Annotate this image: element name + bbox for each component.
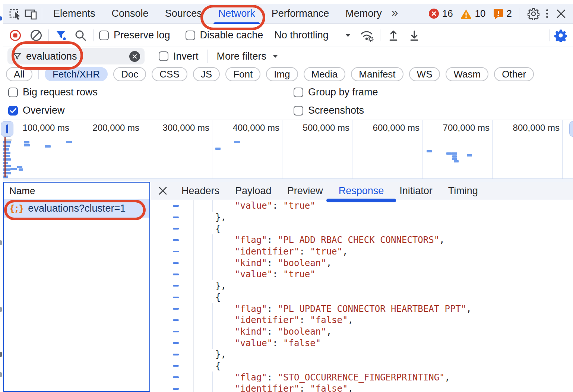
filter-chip-doc[interactable]: Doc [113,67,146,81]
tab-elements[interactable]: Elements [45,4,104,24]
chevron-down-icon[interactable] [272,54,278,58]
fold-marker-icon[interactable] [173,262,179,264]
fold-marker-icon[interactable] [173,285,179,287]
option-checkbox[interactable] [294,106,303,116]
close-detail-icon[interactable] [156,183,169,199]
detail-tab-preview[interactable]: Preview [279,182,331,200]
option-checkbox[interactable] [294,88,303,97]
response-code-viewer[interactable]: "value": "true"},{"flag": "PL_ADD_RBAC_C… [151,200,573,392]
inspect-element-button[interactable] [7,6,23,22]
close-devtools-icon[interactable] [554,6,569,22]
code-gutter[interactable] [151,349,194,360]
tab-console[interactable]: Console [104,4,157,24]
chevron-down-icon[interactable] [345,34,351,37]
issues-badge-icon[interactable] [493,9,503,19]
name-column-header[interactable]: Name [4,183,149,199]
device-toolbar-button[interactable] [23,6,39,22]
import-har-icon[interactable] [386,27,401,44]
option-checkbox[interactable] [8,88,18,97]
preserve-log-checkbox[interactable] [99,31,109,40]
filter-chip-ws[interactable]: WS [409,67,440,81]
filter-chip-all[interactable]: All [6,67,32,81]
export-har-icon[interactable] [406,27,422,44]
detail-tab-timing[interactable]: Timing [440,182,486,200]
kebab-menu-icon[interactable] [544,9,550,18]
filter-funnel-icon[interactable] [53,27,69,44]
filter-chip-media[interactable]: Media [304,67,346,81]
throttling-select[interactable]: No throttling [274,29,329,41]
fold-marker-icon[interactable] [173,297,179,298]
fold-marker-icon[interactable] [173,228,179,230]
filter-chip-js[interactable]: JS [193,67,220,81]
tab-performance[interactable]: Performance [263,4,338,24]
detail-tab-payload[interactable]: Payload [227,182,279,200]
code-gutter[interactable] [151,257,194,269]
overview-right-resize-handle[interactable] [569,121,573,137]
overview-left-resize-handle[interactable] [1,121,13,137]
warning-badge-icon[interactable] [460,9,472,19]
detail-tab-headers[interactable]: Headers [174,182,227,200]
network-overview-timeline[interactable]: 100,000 ms200,000 ms300,000 ms400,000 ms… [3,120,573,178]
more-filters-button[interactable]: More filters [217,51,267,62]
filter-chip-css[interactable]: CSS [152,67,187,81]
code-gutter[interactable] [151,234,194,246]
fold-marker-icon[interactable] [173,331,179,333]
option-checkbox[interactable] [8,106,18,116]
filter-chip-manifest[interactable]: Manifest [351,67,403,81]
fold-marker-icon[interactable] [173,354,179,355]
filter-input[interactable] [25,50,129,63]
network-settings-gear-icon[interactable] [553,27,569,44]
filter-chip-wasm[interactable]: Wasm [446,67,488,81]
fold-marker-icon[interactable] [173,376,179,378]
detail-tab-initiator[interactable]: Initiator [392,182,440,200]
clear-network-log-icon[interactable] [28,27,44,44]
search-icon[interactable] [73,27,88,44]
fold-marker-icon[interactable] [173,216,179,218]
code-gutter[interactable] [151,372,194,383]
tab-sources[interactable]: Sources [157,4,210,24]
code-gutter[interactable] [151,303,194,314]
code-gutter[interactable] [151,200,194,212]
more-tabs-button[interactable]: » [390,6,402,22]
network-conditions-icon[interactable] [359,27,375,44]
code-gutter[interactable] [151,246,194,257]
code-gutter[interactable] [151,360,194,372]
fold-marker-icon[interactable] [173,239,179,241]
record-network-log-icon[interactable] [7,27,23,44]
fold-marker-icon[interactable] [173,274,179,275]
filter-chip-other[interactable]: Other [494,67,534,81]
code-gutter[interactable] [151,223,194,234]
filter-chip-fetchxhr[interactable]: Fetch/XHR [45,67,108,81]
code-gutter[interactable] [151,280,194,292]
disable-cache-checkbox[interactable] [186,31,195,40]
request-row[interactable]: {;}evaluations?cluster=1 [4,199,149,218]
option-overview: Overview [8,105,294,116]
tab-memory[interactable]: Memory [337,4,390,24]
code-gutter[interactable] [151,212,194,223]
code-gutter[interactable] [151,383,194,392]
error-badge-icon[interactable] [429,9,439,19]
clear-filter-icon[interactable] [129,51,140,62]
fold-marker-icon[interactable] [173,319,179,321]
fold-marker-icon[interactable] [173,205,179,207]
detail-tab-response[interactable]: Response [331,182,392,200]
filter-chip-font[interactable]: Font [225,67,260,81]
fold-marker-icon[interactable] [173,365,179,367]
code-gutter[interactable] [151,314,194,326]
code-gutter[interactable] [151,292,194,303]
code-gutter[interactable] [151,269,194,280]
code-gutter[interactable] [151,326,194,338]
fold-marker-icon[interactable] [173,251,179,253]
invert-filter-checkbox[interactable] [159,51,168,61]
code-text: { [194,223,221,234]
tab-network[interactable]: Network [210,4,263,24]
fold-marker-icon[interactable] [173,342,179,344]
indent-guide-line [212,200,213,212]
settings-gear-icon[interactable] [526,6,541,22]
fold-marker-icon[interactable] [173,308,179,310]
filter-chip-img[interactable]: Img [266,67,298,81]
overview-request-bar [3,176,8,178]
fold-marker-icon[interactable] [173,388,179,390]
filter-input-container[interactable] [7,48,145,64]
code-gutter[interactable] [151,337,194,349]
